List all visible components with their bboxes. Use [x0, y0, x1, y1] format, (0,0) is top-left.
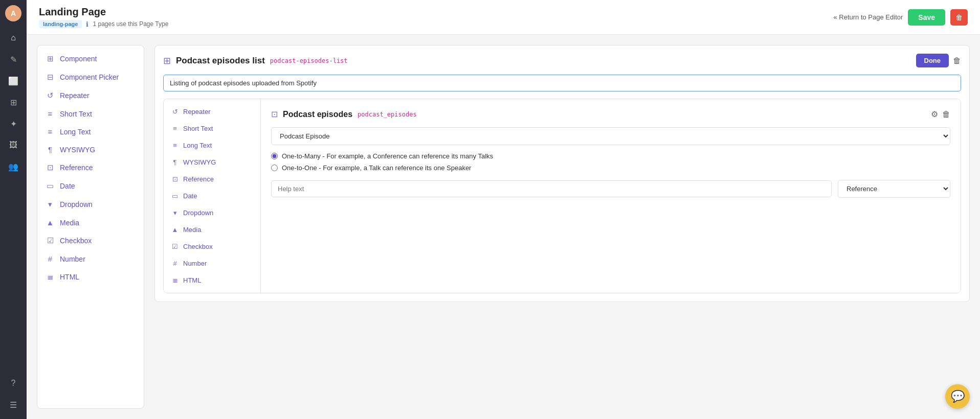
component-item-short-text[interactable]: ≡ Short Text [37, 105, 144, 123]
field-item-long-text[interactable]: ≡ Long Text [164, 137, 260, 154]
field-short-text-label: Short Text [183, 125, 213, 132]
field-item-wysiwyg[interactable]: ¶ WYSIWYG [164, 154, 260, 171]
image-icon[interactable]: 🖼 [4, 136, 23, 154]
field-number-label: Number [183, 260, 207, 267]
field-item-html[interactable]: ≣ HTML [164, 272, 260, 289]
component-item-checkbox[interactable]: ☑ Checkbox [37, 231, 144, 250]
field-date-icon: ▭ [171, 192, 179, 200]
date-label: Date [60, 182, 75, 190]
media-label: Media [60, 219, 79, 227]
field-short-text-icon: ≡ [171, 125, 179, 132]
card-title-row: ⊞ Podcast episodes list podcast-episodes… [163, 55, 348, 66]
field-reference-label: Reference [183, 175, 214, 183]
reference-icon: ⊡ [46, 163, 55, 172]
radio-one-to-one-label: One-to-One - For example, a Talk can ref… [282, 164, 471, 172]
delete-top-button[interactable]: 🗑 [950, 9, 968, 26]
field-editor-header: ⊡ Podcast episodes podcast_episodes ⚙ 🗑 [271, 109, 950, 119]
field-editor-slug: podcast_episodes [358, 111, 417, 118]
blog-icon[interactable]: ✎ [4, 50, 23, 68]
field-item-dropdown[interactable]: ▾ Dropdown [164, 204, 260, 221]
html-label: HTML [60, 273, 79, 281]
html-icon: ≣ [46, 272, 55, 282]
right-panel: ⊞ Podcast episodes list podcast-episodes… [154, 45, 970, 409]
settings-icon[interactable]: ☰ [4, 395, 23, 414]
field-item-reference[interactable]: ⊡ Reference [164, 171, 260, 188]
field-item-date[interactable]: ▭ Date [164, 188, 260, 204]
short-text-label: Short Text [60, 110, 92, 118]
field-html-label: HTML [183, 276, 201, 284]
component-item-reference[interactable]: ⊡ Reference [37, 158, 144, 177]
long-text-icon: ≡ [46, 127, 55, 136]
bottom-row: Reference Short Text Long Text Number [271, 180, 950, 198]
date-icon: ▭ [46, 181, 55, 191]
wysiwyg-icon: ¶ [46, 145, 55, 154]
component-item-html[interactable]: ≣ HTML [37, 268, 144, 286]
type-select[interactable]: Reference Short Text Long Text Number [838, 180, 950, 198]
tag-icon[interactable]: ✦ [4, 114, 23, 133]
avatar[interactable]: A [5, 5, 21, 21]
description-input[interactable] [163, 75, 961, 91]
component-item-media[interactable]: ▲ Media [37, 214, 144, 231]
settings-field-button[interactable]: ⚙ [931, 109, 938, 119]
radio-one-to-one-input[interactable] [271, 165, 278, 171]
radio-one-to-many[interactable]: One-to-Many - For example, a Conference … [271, 152, 950, 160]
field-media-label: Media [183, 226, 201, 234]
main-content: Landing Page landing-page ℹ 1 pages use … [27, 0, 980, 419]
component-item-component[interactable]: ⊞ Component [37, 50, 144, 68]
card-layers-icon: ⊞ [163, 55, 171, 66]
help-icon[interactable]: ? [4, 374, 23, 392]
radio-group: One-to-Many - For example, a Conference … [271, 152, 950, 172]
field-item-checkbox[interactable]: ☑ Checkbox [164, 238, 260, 255]
left-sidebar: A ⌂ ✎ ⬜ ⊞ ✦ 🖼 👥 ? ☰ [0, 0, 27, 419]
done-button[interactable]: Done [916, 54, 949, 67]
users-icon[interactable]: 👥 [4, 157, 23, 176]
home-icon[interactable]: ⌂ [4, 29, 23, 47]
pages-info: 1 pages use this Page Type [93, 20, 168, 28]
field-repeater-label: Repeater [183, 108, 210, 115]
number-label: Number [60, 255, 85, 263]
page-title: Landing Page [39, 6, 168, 18]
inner-section: ↺ Repeater ≡ Short Text ≡ Long Text ¶ [163, 99, 961, 293]
component-item-number[interactable]: # Number [37, 250, 144, 268]
component-item-picker[interactable]: ⊟ Component Picker [37, 68, 144, 86]
radio-one-to-one[interactable]: One-to-One - For example, a Talk can ref… [271, 164, 950, 172]
component-item-wysiwyg[interactable]: ¶ WYSIWYG [37, 141, 144, 158]
component-icon: ⊞ [46, 54, 55, 63]
delete-field-button[interactable]: 🗑 [942, 109, 950, 119]
field-item-repeater[interactable]: ↺ Repeater [164, 103, 260, 120]
field-item-short-text[interactable]: ≡ Short Text [164, 120, 260, 137]
field-checkbox-label: Checkbox [183, 243, 213, 250]
topbar-right: « Return to Page Editor Save 🗑 [833, 9, 968, 26]
component-item-date[interactable]: ▭ Date [37, 177, 144, 195]
info-icon: ℹ [86, 20, 88, 28]
media-icon: ▲ [46, 218, 55, 227]
help-text-input[interactable] [271, 180, 832, 197]
component-item-dropdown[interactable]: ▾ Dropdown [37, 195, 144, 214]
component-item-long-text[interactable]: ≡ Long Text [37, 123, 144, 141]
picker-label: Component Picker [60, 73, 119, 81]
field-editor-link-icon: ⊡ [271, 109, 278, 119]
field-wysiwyg-icon: ¶ [171, 158, 179, 166]
save-button[interactable]: Save [908, 9, 945, 26]
short-text-icon: ≡ [46, 109, 55, 118]
radio-one-to-many-input[interactable] [271, 153, 278, 159]
chat-bubble[interactable]: 💬 [945, 384, 970, 409]
return-to-editor-link[interactable]: « Return to Page Editor [833, 13, 903, 21]
podcast-episode-select[interactable]: Podcast Episode [271, 127, 950, 145]
page-icon[interactable]: ⬜ [4, 72, 23, 90]
field-editor: ⊡ Podcast episodes podcast_episodes ⚙ 🗑 … [261, 99, 961, 293]
component-item-repeater[interactable]: ↺ Repeater [37, 86, 144, 105]
field-repeater-icon: ↺ [171, 108, 179, 115]
field-item-media[interactable]: ▲ Media [164, 221, 260, 238]
grid-icon[interactable]: ⊞ [4, 93, 23, 111]
podcast-list-title: Podcast episodes list [176, 56, 265, 66]
delete-card-button[interactable]: 🗑 [953, 54, 961, 67]
field-editor-actions: ⚙ 🗑 [931, 109, 950, 119]
field-wysiwyg-label: WYSIWYG [183, 158, 216, 166]
topbar: Landing Page landing-page ℹ 1 pages use … [27, 0, 980, 35]
field-html-icon: ≣ [171, 276, 179, 284]
field-long-text-label: Long Text [183, 142, 212, 149]
repeater-label: Repeater [60, 91, 90, 100]
component-panel: ⊞ Component ⊟ Component Picker ↺ Repeate… [37, 45, 144, 409]
field-item-number[interactable]: # Number [164, 255, 260, 272]
